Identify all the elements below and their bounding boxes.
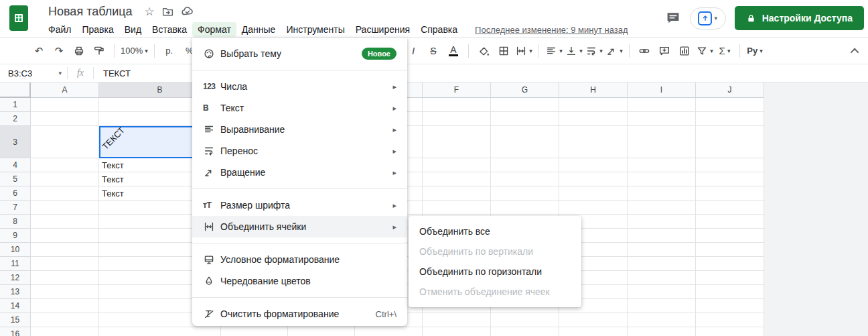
vertical-align-button[interactable]: ▾: [565, 42, 583, 60]
fill-color-button[interactable]: [475, 42, 492, 60]
input-tools-button[interactable]: Ру▾: [746, 42, 764, 60]
menubar-item-Формат[interactable]: Формат: [192, 22, 236, 37]
grid-line: [627, 98, 628, 336]
toolbar-divider: [114, 44, 115, 58]
name-box[interactable]: B3:C3 ▾: [0, 68, 67, 78]
document-title[interactable]: Новая таблица: [43, 5, 138, 19]
functions-button[interactable]: Σ▾: [716, 42, 733, 60]
menu-item-alignment[interactable]: Выравнивание▸: [192, 119, 407, 140]
menu-item-wrapping[interactable]: Перенос▸: [192, 140, 407, 162]
menu-item-label: Условное форматирование: [220, 254, 340, 265]
menubar-item-Данные[interactable]: Данные: [236, 22, 281, 37]
collapse-toolbar-button[interactable]: [847, 42, 864, 60]
submenu-item-merge-horizontally[interactable]: Объединить по горизонтали: [409, 262, 581, 282]
new-badge: Новое: [362, 48, 396, 60]
redo-button[interactable]: ↷: [50, 42, 68, 60]
menu-item-merge-cells[interactable]: Объединить ячейки▸: [192, 216, 407, 237]
move-to-folder-icon[interactable]: [161, 5, 174, 18]
column-header-G[interactable]: G: [491, 82, 559, 98]
menu-item-choose-theme[interactable]: Выбрать темуНовое: [192, 43, 407, 64]
menubar-item-Правка[interactable]: Правка: [76, 22, 119, 37]
row-header-2[interactable]: 2: [0, 112, 31, 126]
text-color-button[interactable]: A: [445, 42, 462, 60]
menu-item-label: Перенос: [220, 146, 258, 156]
comment-history-icon[interactable]: [665, 10, 681, 26]
submenu-item-merge-vertically: Объединить по вертикали: [409, 241, 581, 262]
create-filter-button[interactable]: ▾: [696, 42, 713, 60]
row-header-14[interactable]: 14: [0, 299, 31, 313]
row-header-6[interactable]: 6: [0, 186, 31, 201]
format-menu: Выбрать темуНовое123Числа▸BТекст▸Выравни…: [192, 38, 407, 326]
row-header-7[interactable]: 7: [0, 201, 31, 215]
submenu-item-merge-all[interactable]: Объединить все: [409, 221, 581, 241]
menu-item-font-size[interactable]: тТРазмер шрифта▸: [192, 194, 407, 216]
menubar-item-Вставка[interactable]: Вставка: [147, 22, 192, 37]
menu-item-numbers[interactable]: 123Числа▸: [192, 76, 407, 97]
row-header-4[interactable]: 4: [0, 158, 31, 172]
column-header-J[interactable]: J: [696, 82, 764, 98]
undo-icon: ↶: [35, 45, 44, 57]
submenu-arrow-icon: ▸: [392, 125, 396, 134]
zoom-button[interactable]: 100%▾: [121, 42, 148, 60]
submenu-arrow-icon: ▸: [392, 82, 396, 91]
cloud-saved-icon[interactable]: [181, 5, 194, 18]
paint-format-button[interactable]: [90, 42, 108, 60]
menu-item-label: Текст: [220, 103, 244, 113]
insert-link-button[interactable]: [636, 42, 653, 60]
star-icon[interactable]: ☆: [145, 5, 155, 19]
menubar-item-Расширения[interactable]: Расширения: [350, 22, 415, 37]
share-button[interactable]: Настройки Доступа: [735, 6, 864, 30]
chevron-down-icon: ▾: [579, 48, 583, 54]
format-currency-button[interactable]: р.: [161, 42, 178, 60]
select-all-corner[interactable]: [0, 82, 31, 98]
row-header-15[interactable]: 15: [0, 313, 31, 327]
strikethrough-button[interactable]: S: [425, 42, 442, 60]
text-wrap-button[interactable]: ▾: [585, 42, 603, 60]
presentation-arrow-icon: [698, 11, 712, 25]
merge-cells-button[interactable]: ▾: [515, 42, 532, 60]
menu-item-rotation[interactable]: Вращение▸: [192, 162, 407, 183]
row-header-9[interactable]: 9: [0, 229, 31, 243]
menu-item-alternating-colors[interactable]: Чередование цветов: [192, 270, 407, 292]
lock-icon: [746, 13, 756, 23]
menubar-item-Инструменты[interactable]: Инструменты: [281, 22, 350, 37]
presentation-mode-button[interactable]: ▾: [690, 7, 726, 30]
column-header-A[interactable]: A: [31, 82, 99, 98]
merge-cells-submenu: Объединить всеОбъединить по вертикалиОбъ…: [409, 216, 581, 307]
column-header-I[interactable]: I: [628, 82, 696, 98]
borders-button[interactable]: [495, 42, 512, 60]
column-header-H[interactable]: H: [559, 82, 628, 98]
text-rotation-button[interactable]: ▾: [605, 42, 623, 60]
horizontal-align-button[interactable]: ▾: [545, 42, 563, 60]
chevron-down-icon: ▾: [710, 48, 713, 54]
menu-item-label: Числа: [220, 81, 247, 92]
row-header-3[interactable]: 3: [0, 126, 31, 158]
menu-item-conditional-formatting[interactable]: Условное форматирование: [192, 249, 407, 270]
chevron-down-icon: ▾: [760, 48, 763, 54]
print-button[interactable]: [70, 42, 88, 60]
menu-item-text[interactable]: BТекст▸: [192, 97, 407, 119]
row-header-12[interactable]: 12: [0, 271, 31, 285]
shortcut-label: Ctrl+\: [376, 309, 396, 319]
sheets-logo-icon[interactable]: [9, 5, 28, 31]
row-header-5[interactable]: 5: [0, 172, 31, 186]
menu-item-clear-formatting[interactable]: Очистить форматированиеCtrl+\: [192, 303, 407, 325]
menubar-item-Справка[interactable]: Справка: [415, 22, 463, 37]
row-header-10[interactable]: 10: [0, 243, 31, 257]
toolbar-divider: [739, 44, 740, 58]
zoom-label: 100%: [121, 46, 143, 56]
row-header-13[interactable]: 13: [0, 285, 31, 299]
merged-cell-text: ТЕКСТ: [100, 125, 127, 152]
menu-item-label: Чередование цветов: [220, 276, 311, 286]
menubar-item-Вид[interactable]: Вид: [119, 22, 147, 37]
row-header-8[interactable]: 8: [0, 215, 31, 229]
insert-chart-button[interactable]: [676, 42, 693, 60]
menubar-item-Файл[interactable]: Файл: [43, 22, 76, 37]
last-edit-link[interactable]: Последнее изменение: 9 минут назад: [475, 25, 628, 35]
row-header-1[interactable]: 1: [0, 98, 31, 112]
column-header-F[interactable]: F: [423, 82, 491, 98]
row-header-16[interactable]: 16: [0, 327, 31, 336]
insert-comment-button[interactable]: [656, 42, 673, 60]
row-header-11[interactable]: 11: [0, 257, 31, 271]
undo-button[interactable]: ↶: [30, 42, 48, 60]
